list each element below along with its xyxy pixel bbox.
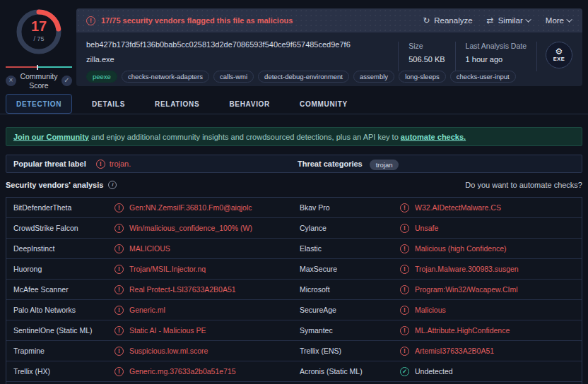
popular-threat-label-title: Popular threat label [13, 160, 86, 168]
tag-calls-wmi[interactable]: calls-wmi [213, 71, 254, 83]
table-row: BitDefenderTheta!Gen:NN.ZemsilF.36810.Fm… [6, 198, 582, 218]
score-total: / 75 [16, 35, 62, 42]
vote-malicious-icon[interactable]: × [6, 76, 16, 86]
automate-checks-link[interactable]: automate checks. [401, 133, 466, 141]
detection-result-text: Generic.ml [129, 306, 165, 314]
undetected-icon: ✓ [400, 367, 409, 376]
file-summary-card: ! 17/75 security vendors flagged this fi… [76, 8, 582, 86]
detection-score-gauge: 17 / 75 [16, 8, 62, 55]
detection-result-text: Trojan.Malware.300983.susgen [415, 265, 519, 273]
file-type-exe-icon: ⚙ EXE [546, 42, 572, 68]
malicious-icon: ! [114, 265, 124, 274]
reanalyze-icon: ↻ [423, 16, 430, 25]
tag-detect-debug-environment[interactable]: detect-debug-environment [258, 71, 349, 83]
vendor-name: BitDefenderTheta [13, 203, 114, 212]
vendor-name: Trellix (HX) [13, 367, 114, 376]
similar-button[interactable]: ⇄ Similar [487, 16, 531, 25]
detection-result-text: MALICIOUS [129, 244, 170, 253]
detection-alert-banner: ! 17/75 security vendors flagged this fi… [76, 8, 582, 32]
virustotal-detection-page: 17 / 75 × Community Score ✓ ! 17/75 secu… [0, 0, 588, 384]
detection-result: !Program:Win32/Wacapew.CIml [400, 285, 582, 294]
malicious-icon: ! [400, 285, 409, 294]
tab-bar: DETECTIONDETAILSRELATIONSBEHAVIORCOMMUNI… [6, 94, 358, 114]
malicious-icon: ! [400, 326, 409, 335]
table-row: CrowdStrike Falcon!Win/malicious_confide… [6, 218, 582, 239]
threat-info-card: Popular threat label ! trojan. Threat ca… [6, 155, 582, 173]
vendors-analysis-header: Security vendors' analysis i Do you want… [6, 181, 582, 189]
reanalyze-button[interactable]: ↻ Reanalyze [423, 16, 472, 25]
automate-checks-prompt[interactable]: Do you want to automate checks? [465, 181, 582, 189]
vendor-name: Symantec [300, 326, 400, 335]
join-community-link[interactable]: Join our Community [13, 133, 89, 141]
malicious-icon: ! [114, 203, 124, 212]
file-tags: peexechecks-network-adapterscalls-wmidet… [86, 71, 398, 83]
detection-result: ✓Undetected [400, 367, 582, 376]
vendor-name: CrowdStrike Falcon [13, 224, 114, 232]
vendor-name: Acronis (Static ML) [300, 367, 400, 376]
detection-result-text: Win/malicious_confidence_100% (W) [129, 224, 252, 232]
tab-community[interactable]: COMMUNITY [290, 94, 358, 114]
detection-score-widget: 17 / 75 × Community Score ✓ [6, 7, 72, 90]
tab-detection[interactable]: DETECTION [6, 94, 72, 114]
size-value: 506.50 KB [408, 55, 445, 64]
vote-harmless-icon[interactable]: ✓ [61, 76, 72, 86]
vendor-name: Trapmine [13, 347, 114, 355]
malicious-icon: ! [400, 203, 409, 212]
vendor-name: McAfee Scanner [13, 285, 114, 294]
malicious-icon: ! [400, 306, 409, 315]
threat-categories: trojan [370, 157, 399, 170]
vendor-name: Huorong [13, 265, 114, 273]
table-row: SentinelOne (Static ML)!Static AI - Mali… [6, 320, 582, 341]
malicious-icon: ! [114, 244, 124, 253]
vendor-name: DeepInstinct [13, 244, 114, 253]
tab-details[interactable]: DETAILS [82, 94, 135, 114]
detection-result-text: Unsafe [415, 224, 438, 232]
vendor-analysis-table: BitDefenderTheta!Gen:NN.ZemsilF.36810.Fm… [6, 197, 582, 384]
warning-icon: ! [96, 160, 105, 169]
detection-result-text: W32.AIDetectMalware.CS [415, 203, 501, 212]
community-promo-banner: Join our Community and enjoy additional … [6, 127, 582, 146]
malicious-icon: ! [114, 347, 124, 356]
table-row: DeepInstinct!MALICIOUSElastic!Malicious … [6, 239, 582, 259]
detection-result-text: Gen:NN.ZemsilF.36810.Fm0@aiqjolc [129, 203, 252, 212]
community-score-bar [6, 65, 72, 70]
vendor-name: Trellix (ENS) [300, 347, 400, 355]
info-icon[interactable]: i [108, 181, 117, 189]
vendor-name: SecureAge [300, 306, 400, 314]
community-promo-text: and enjoy additional community insights … [89, 133, 401, 141]
detection-result-text: Suspicious.low.ml.score [129, 347, 208, 355]
detection-result-text: Generic.mg.37633a2b0a51e715 [129, 367, 236, 376]
detection-result: !MALICIOUS [114, 244, 300, 253]
table-row: Trellix (HX)!Generic.mg.37633a2b0a51e715… [6, 361, 582, 382]
detection-result: !ML.Attribute.HighConfidence [400, 326, 582, 335]
more-button[interactable]: More [546, 16, 572, 25]
file-sha256: beb427b173fd5f136b0bab5cc025813d2de70865… [86, 40, 398, 49]
detection-result: !Suspicious.low.ml.score [114, 347, 300, 356]
table-row: Palo Alto Networks!Generic.mlSecureAge!M… [6, 300, 582, 320]
detection-result: !Malicious (high Confidence) [400, 244, 582, 253]
tag-peexe[interactable]: peexe [86, 71, 117, 83]
tab-divider [0, 114, 588, 114]
detection-result: !Trojan/MSIL.Injector.nq [114, 265, 300, 274]
divider [536, 42, 537, 71]
community-score-tick [37, 65, 38, 70]
malicious-icon: ! [114, 224, 124, 233]
malicious-icon: ! [114, 367, 124, 376]
community-score-label: Community Score [16, 72, 61, 90]
vendor-name: Microsoft [300, 285, 400, 294]
tab-relations[interactable]: RELATIONS [145, 94, 209, 114]
vendor-name: MaxSecure [300, 265, 400, 273]
last-analysis-label: Last Analysis Date [466, 42, 527, 50]
detection-result-text: Program:Win32/Wacapew.CIml [415, 285, 518, 294]
score-value: 17 [16, 18, 62, 35]
detection-result-text: Real Protect-LSI37633A2B0A51 [129, 285, 236, 294]
detection-result: !Real Protect-LSI37633A2B0A51 [114, 285, 300, 294]
detection-result: !Win/malicious_confidence_100% (W) [114, 224, 300, 233]
detection-result: !W32.AIDetectMalware.CS [400, 203, 582, 212]
tab-behavior[interactable]: BEHAVIOR [219, 94, 280, 114]
tag-assembly[interactable]: assembly [353, 71, 394, 83]
table-row: Trapmine!Suspicious.low.ml.scoreTrellix … [6, 341, 582, 361]
threat-category-pill[interactable]: trojan [370, 160, 399, 170]
threat-categories-title: Threat categories [298, 160, 363, 168]
tag-checks-network-adapters[interactable]: checks-network-adapters [122, 71, 209, 83]
